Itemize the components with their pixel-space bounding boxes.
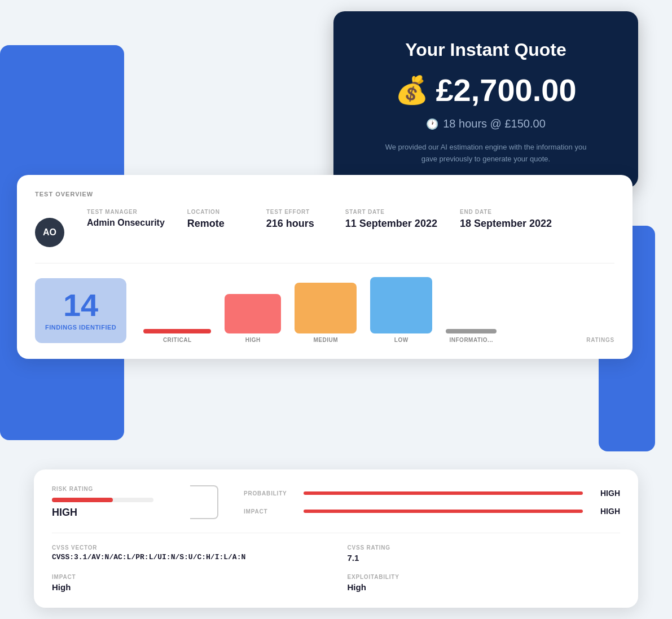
findings-row: 14 FINDINGS IDENTIFIED CRITICAL HIGH MED… — [35, 277, 614, 343]
avatar: AO — [35, 218, 64, 247]
cvss-exploitability-label: EXPLOITABILITY — [348, 574, 621, 580]
cvss-vector-value: CVSS:3.1/AV:N/AC:L/PR:L/UI:N/S:U/C:H/I:L… — [52, 553, 325, 561]
ratings-container: CRITICAL HIGH MEDIUM LOW INFORMATIO... — [143, 277, 565, 343]
start-date-value: 11 September 2022 — [345, 217, 437, 230]
risk-connector — [187, 485, 221, 519]
location-label: LOCATION — [187, 209, 244, 215]
informational-bar — [446, 329, 497, 333]
low-bar — [370, 277, 432, 333]
end-date-field: END DATE 18 September 2022 — [460, 209, 552, 230]
test-overview-card: TEST OVERVIEW AO TEST MANAGER Admin Onse… — [17, 175, 633, 359]
cvss-impact-value: High — [52, 582, 325, 592]
findings-badge: 14 FINDINGS IDENTIFIED — [35, 278, 126, 343]
quote-amount: 💰 £2,700.00 — [356, 72, 616, 108]
quote-amount-value: £2,700.00 — [436, 72, 576, 108]
quote-title: Your Instant Quote — [356, 39, 616, 60]
end-date-label: END DATE — [460, 209, 552, 215]
rating-low: LOW — [370, 277, 432, 343]
impact-row: IMPACT HIGH — [244, 507, 620, 516]
test-manager-value: Admin Onsecurity — [87, 217, 165, 229]
test-manager-field: TEST MANAGER Admin Onsecurity — [87, 209, 165, 229]
impact-bar — [304, 510, 583, 513]
risk-right: PROBABILITY HIGH IMPACT HIGH — [244, 489, 620, 516]
informational-label: INFORMATIO... — [450, 337, 493, 343]
overview-details-row: AO TEST MANAGER Admin Onsecurity LOCATIO… — [35, 209, 614, 264]
clock-icon: 🕐 — [426, 118, 438, 130]
impact-label: IMPACT — [244, 508, 295, 515]
bottom-card: RISK RATING HIGH PROBABILITY HIGH IMPACT… — [34, 469, 638, 608]
cvss-rating-field: CVSS RATING 7.1 — [348, 545, 621, 563]
cvss-rating-value: 7.1 — [348, 553, 621, 563]
risk-bar-fill — [52, 498, 113, 502]
test-manager-label: TEST MANAGER — [87, 209, 165, 215]
medium-bar — [295, 283, 357, 333]
probability-row: PROBABILITY HIGH — [244, 489, 620, 498]
quote-description: We provided our AI estimation engine wit… — [379, 142, 593, 165]
rating-informational: INFORMATIO... — [446, 329, 497, 343]
findings-count: 14 — [45, 289, 116, 321]
cvss-section: CVSS VECTOR CVSS:3.1/AV:N/AC:L/PR:L/UI:N… — [52, 545, 620, 592]
probability-value: HIGH — [592, 489, 620, 498]
critical-bar — [143, 329, 211, 333]
start-date-label: START DATE — [345, 209, 437, 215]
probability-bar — [304, 491, 583, 495]
cvss-vector-field: CVSS VECTOR CVSS:3.1/AV:N/AC:L/PR:L/UI:N… — [52, 545, 325, 563]
wallet-icon: 💰 — [395, 74, 429, 106]
risk-rating-value: HIGH — [52, 507, 165, 519]
cvss-vector-label: CVSS VECTOR — [52, 545, 325, 551]
quote-hours: 🕐 18 hours @ £150.00 — [356, 117, 616, 130]
location-value: Remote — [187, 217, 244, 230]
cvss-exploitability-value: High — [348, 582, 621, 592]
risk-section: RISK RATING HIGH PROBABILITY HIGH IMPACT… — [52, 485, 620, 533]
rating-critical: CRITICAL — [143, 329, 211, 343]
rating-high: HIGH — [225, 294, 281, 343]
test-effort-field: TEST EFFORT 216 hours — [266, 209, 323, 230]
critical-label: CRITICAL — [163, 337, 192, 343]
test-overview-label: TEST OVERVIEW — [35, 191, 614, 197]
risk-left: RISK RATING HIGH — [52, 486, 165, 519]
low-label: LOW — [394, 337, 409, 343]
test-effort-label: TEST EFFORT — [266, 209, 323, 215]
rating-medium: MEDIUM — [295, 283, 357, 343]
medium-label: MEDIUM — [313, 337, 338, 343]
impact-value: HIGH — [592, 507, 620, 516]
quote-hours-value: 18 hours @ £150.00 — [443, 117, 546, 130]
cvss-exploitability-field: EXPLOITABILITY High — [348, 574, 621, 592]
risk-rating-label: RISK RATING — [52, 486, 165, 492]
probability-label: PROBABILITY — [244, 490, 295, 497]
high-label: HIGH — [245, 337, 261, 343]
ratings-label: RATINGS — [586, 337, 614, 343]
risk-bar-container — [52, 498, 153, 502]
high-bar — [225, 294, 281, 333]
cvss-rating-label: CVSS RATING — [348, 545, 621, 551]
location-field: LOCATION Remote — [187, 209, 244, 230]
test-effort-value: 216 hours — [266, 217, 323, 230]
findings-label: FINDINGS IDENTIFIED — [45, 323, 116, 332]
connector-shape — [190, 485, 218, 519]
cvss-impact-field: IMPACT High — [52, 574, 325, 592]
cvss-impact-label: IMPACT — [52, 574, 325, 580]
start-date-field: START DATE 11 September 2022 — [345, 209, 437, 230]
quote-card: Your Instant Quote 💰 £2,700.00 🕐 18 hour… — [333, 11, 638, 188]
end-date-value: 18 September 2022 — [460, 217, 552, 230]
